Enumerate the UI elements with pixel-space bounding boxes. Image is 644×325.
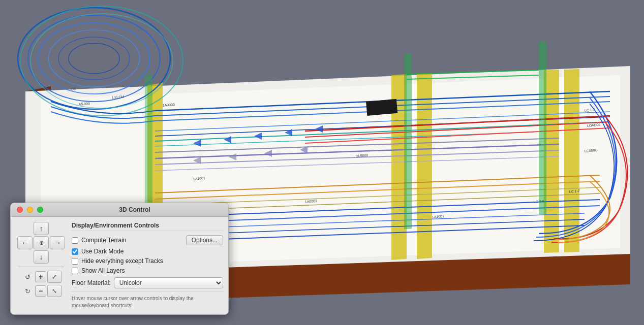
compute-terrain-label[interactable]: Compute Terrain: [81, 237, 127, 244]
maximize-button[interactable]: [37, 207, 43, 213]
compute-terrain-checkbox[interactable]: [72, 237, 78, 244]
floor-material-row: Floor Material: Unicolor Wood Concrete G…: [72, 277, 223, 288]
compute-terrain-row: Compute Terrain Options...: [72, 235, 223, 245]
display-controls: Display/Environment Controls Compute Ter…: [72, 222, 223, 309]
svg-marker-9: [564, 69, 579, 252]
nav-center-button[interactable]: ⊕: [34, 236, 49, 249]
frame-contract-button[interactable]: ⤡: [47, 285, 62, 297]
nav-middle-row: ← ⊕ →: [17, 236, 65, 249]
options-button[interactable]: Options...: [186, 235, 223, 245]
use-dark-mode-row: Use Dark Mode: [72, 248, 223, 255]
rotate-row-1: ↺ + ⤢: [21, 270, 62, 283]
display-section-header: Display/Environment Controls: [72, 222, 223, 231]
nav-divider: [18, 267, 64, 267]
svg-rect-43: [404, 54, 412, 230]
zoom-in-button[interactable]: +: [35, 271, 46, 282]
hide-everything-checkbox[interactable]: [72, 258, 78, 265]
close-button[interactable]: [17, 207, 23, 213]
nav-controls: ↑ ← ⊕ → ↓ ↺ + ⤢: [16, 222, 67, 309]
rotate-ccw-icon: ↺: [21, 270, 34, 283]
minimize-button[interactable]: [27, 207, 33, 213]
nav-left-button[interactable]: ←: [17, 236, 33, 249]
use-dark-mode-checkbox[interactable]: [72, 248, 78, 255]
hide-everything-label[interactable]: Hide everything except Tracks: [81, 257, 163, 265]
nav-down-row: ↓: [17, 250, 65, 264]
svg-rect-46: [366, 99, 397, 116]
frame-expand-button[interactable]: ⤢: [47, 271, 62, 283]
svg-rect-44: [539, 42, 546, 215]
show-all-layers-row: Show All Layers: [72, 267, 223, 274]
rotate-cw-icon: ↻: [21, 284, 34, 298]
use-dark-mode-label[interactable]: Use Dark Mode: [81, 248, 124, 255]
hide-everything-row: Hide everything except Tracks: [72, 257, 223, 265]
nav-up-button[interactable]: ↑: [34, 222, 49, 235]
nav-up-row: ↑: [17, 222, 65, 235]
nav-right-button[interactable]: →: [50, 236, 65, 249]
floor-material-select[interactable]: Unicolor Wood Concrete Grass: [114, 277, 223, 288]
svg-text:CB: CB: [71, 87, 76, 91]
show-all-layers-checkbox[interactable]: [72, 268, 78, 274]
hint-text: Hover mouse cursor over arrow controls t…: [72, 291, 223, 309]
nav-down-button[interactable]: ↓: [34, 250, 49, 264]
rotate-row-2: ↻ − ⤡: [21, 284, 62, 298]
control-panel: 3D Control ↑ ← ⊕ → ↓: [10, 203, 229, 315]
show-all-layers-label[interactable]: Show All Layers: [81, 267, 125, 274]
floor-material-label: Floor Material:: [72, 279, 111, 286]
panel-title: 3D Control: [47, 206, 222, 213]
panel-titlebar: 3D Control: [11, 203, 228, 217]
zoom-out-button[interactable]: −: [35, 285, 46, 297]
